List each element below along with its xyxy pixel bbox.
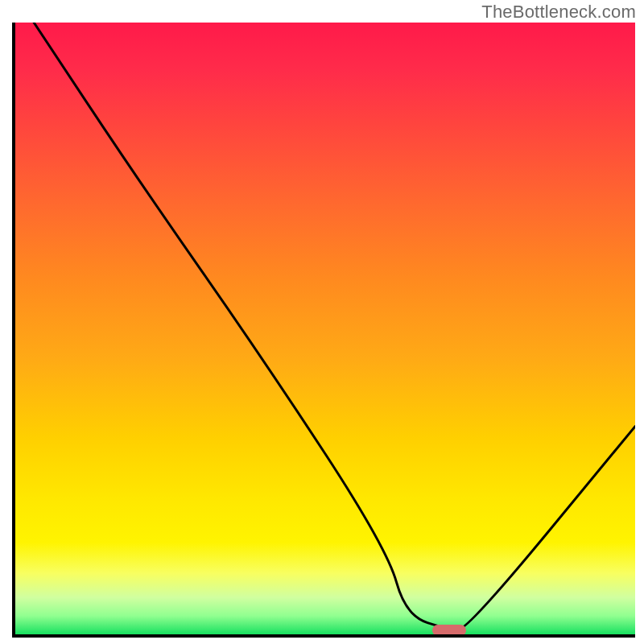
curve-svg (15, 23, 635, 634)
plot-area (12, 23, 635, 638)
bottleneck-curve (34, 23, 635, 630)
optimal-point-marker (432, 625, 466, 636)
chart-container: TheBottleneck.com (0, 0, 644, 644)
watermark-text: TheBottleneck.com (481, 2, 636, 23)
